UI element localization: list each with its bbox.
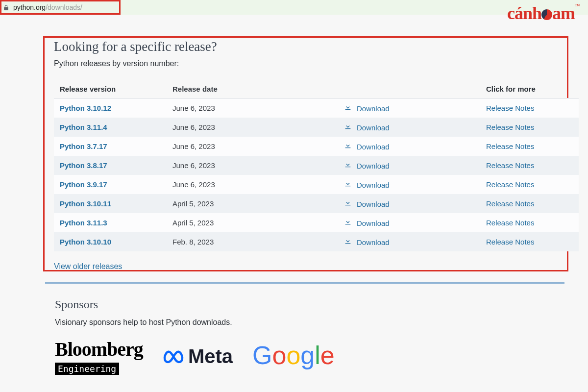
bloomberg-logo-sub: Engineering (55, 363, 119, 375)
sponsors-subtitle: Visionary sponsors help to host Python d… (55, 318, 545, 327)
header-notes: Click for more (486, 85, 573, 93)
url-path: /downloads/ (46, 3, 82, 11)
releases-section: Looking for a specific release? Python r… (54, 39, 559, 271)
leaf-icon (541, 9, 552, 20)
google-g: G (252, 341, 272, 369)
release-version-link[interactable]: Python 3.8.17 (60, 161, 107, 170)
table-row: Python 3.11.4June 6, 2023DownloadRelease… (54, 118, 579, 137)
download-link[interactable]: Download (357, 238, 390, 246)
table-body: Python 3.10.12June 6, 2023DownloadReleas… (54, 98, 579, 253)
bloomberg-logo-text: Bloomberg (55, 338, 143, 361)
url-domain: python.org (13, 3, 46, 11)
table-header-row: Release version Release date Click for m… (54, 82, 579, 98)
release-notes-link[interactable]: Release Notes (486, 180, 534, 189)
sponsor-logos-row: Bloomberg Engineering Meta Google (55, 338, 545, 375)
release-date: June 6, 2023 (172, 142, 344, 150)
header-version: Release version (60, 85, 172, 93)
google-o1: o (272, 341, 286, 369)
download-link[interactable]: Download (357, 200, 390, 208)
watermark-text-a: cánh (507, 3, 541, 23)
table-row: Python 3.11.3April 5, 2023DownloadReleas… (54, 213, 579, 232)
table-row: Python 3.10.11April 5, 2023DownloadRelea… (54, 194, 579, 213)
download-link[interactable]: Download (357, 162, 390, 170)
download-link[interactable]: Download (357, 123, 390, 132)
release-date: April 5, 2023 (172, 219, 344, 227)
google-l: l (315, 341, 320, 369)
release-date: June 6, 2023 (172, 104, 344, 112)
download-link[interactable]: Download (357, 181, 390, 189)
sponsors-section: Sponsors Visionary sponsors help to host… (55, 298, 545, 375)
release-version-link[interactable]: Python 3.11.3 (60, 219, 107, 227)
sponsor-meta[interactable]: Meta (163, 345, 233, 368)
download-icon (344, 237, 352, 246)
section-divider (45, 282, 564, 284)
table-row: Python 3.9.17June 6, 2023DownloadRelease… (54, 175, 579, 194)
release-version-link[interactable]: Python 3.11.4 (60, 123, 107, 131)
view-older-releases-link[interactable]: View older releases (54, 262, 559, 271)
google-e: e (320, 341, 335, 369)
sponsor-google[interactable]: Google (252, 341, 335, 370)
google-o2: o (286, 341, 300, 369)
table-row: Python 3.10.12June 6, 2023DownloadReleas… (54, 98, 579, 118)
watermark-text-b: am (552, 3, 575, 23)
release-version-link[interactable]: Python 3.9.17 (60, 180, 107, 189)
releases-table: Release version Release date Click for m… (54, 82, 579, 253)
table-row: Python 3.7.17June 6, 2023DownloadRelease… (54, 137, 579, 156)
watermark-tm: ™ (575, 3, 579, 8)
lock-icon (3, 4, 9, 11)
download-icon (344, 122, 352, 132)
release-notes-link[interactable]: Release Notes (486, 219, 534, 227)
release-date: Feb. 8, 2023 (172, 238, 344, 246)
release-version-link[interactable]: Python 3.10.10 (60, 238, 111, 246)
download-link[interactable]: Download (357, 104, 390, 113)
download-icon (344, 103, 352, 113)
release-date: June 6, 2023 (172, 180, 344, 189)
google-g2: g (300, 341, 315, 369)
release-notes-link[interactable]: Release Notes (486, 142, 534, 150)
table-row: Python 3.8.17June 6, 2023DownloadRelease… (54, 156, 579, 175)
meta-icon (163, 349, 184, 364)
download-icon (344, 180, 352, 189)
release-version-link[interactable]: Python 3.10.11 (60, 199, 111, 208)
release-version-link[interactable]: Python 3.10.12 (60, 104, 111, 112)
download-icon (344, 142, 352, 151)
sponsor-bloomberg[interactable]: Bloomberg Engineering (55, 338, 143, 375)
watermark-logo: cánham™ (507, 3, 579, 24)
sponsors-title: Sponsors (55, 298, 545, 311)
release-notes-link[interactable]: Release Notes (486, 161, 534, 170)
download-icon (344, 199, 352, 208)
release-notes-link[interactable]: Release Notes (486, 123, 534, 131)
header-date: Release date (172, 85, 344, 93)
download-link[interactable]: Download (357, 219, 390, 227)
release-notes-link[interactable]: Release Notes (486, 199, 534, 208)
release-date: June 6, 2023 (172, 161, 344, 170)
download-icon (344, 218, 352, 227)
section-subtitle: Python releases by version number: (54, 59, 559, 68)
release-date: June 6, 2023 (172, 123, 344, 131)
download-link[interactable]: Download (357, 143, 390, 151)
meta-logo-text: Meta (188, 345, 233, 368)
download-icon (344, 161, 352, 170)
release-version-link[interactable]: Python 3.7.17 (60, 142, 107, 150)
release-notes-link[interactable]: Release Notes (486, 104, 534, 112)
table-row: Python 3.10.10Feb. 8, 2023DownloadReleas… (54, 232, 579, 251)
release-date: April 5, 2023 (172, 199, 344, 208)
section-title: Looking for a specific release? (54, 39, 559, 54)
release-notes-link[interactable]: Release Notes (486, 238, 534, 246)
browser-url-bar[interactable]: python.org/downloads/ (0, 0, 588, 15)
